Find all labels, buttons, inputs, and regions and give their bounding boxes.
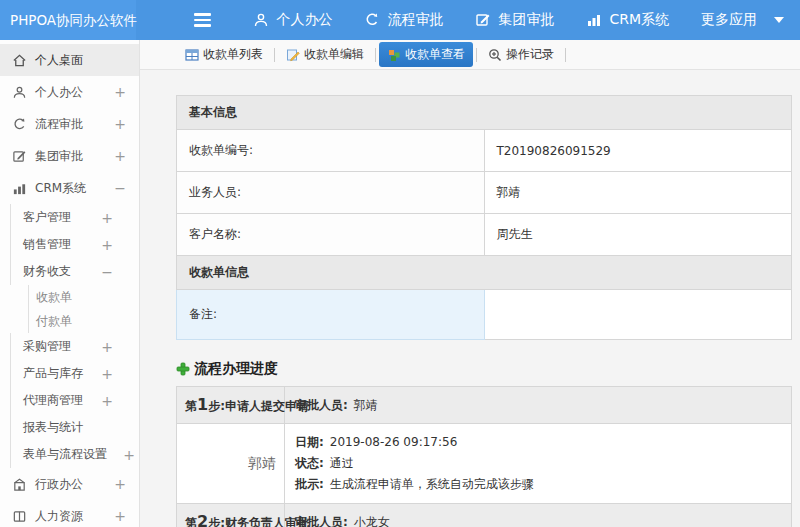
tab-label: 收款单列表 bbox=[203, 46, 263, 63]
book-icon bbox=[12, 509, 27, 524]
flow-progress-title: 流程办理进度 bbox=[194, 360, 278, 378]
field-label-customer-name: 客户名称: bbox=[177, 214, 485, 256]
zoom-in-icon bbox=[488, 48, 502, 62]
expand-icon[interactable]: + bbox=[114, 476, 126, 492]
topnav-label: CRM系统 bbox=[609, 11, 669, 29]
building-icon bbox=[12, 477, 27, 492]
tab-operation-log[interactable]: 操作记录 bbox=[480, 42, 562, 67]
chart-icon bbox=[12, 181, 27, 196]
flow-step-header-row: 第2步:财务负责人审批 审批人员:小龙女 bbox=[177, 504, 792, 527]
flow-progress-table: 第1步:申请人提交申请 审批人员:郭靖 郭靖 日期:2019-08-26 09:… bbox=[176, 386, 792, 527]
sidebar-item-form-workflow-settings[interactable]: 表单与流程设置 + bbox=[10, 441, 139, 468]
expand-icon[interactable]: + bbox=[114, 148, 126, 164]
expand-icon[interactable]: + bbox=[123, 447, 135, 463]
sidebar-item-label: 报表与统计 bbox=[23, 419, 83, 436]
expand-icon[interactable]: + bbox=[114, 84, 126, 100]
sidebar-item-human-resources[interactable]: 人力资源 + bbox=[0, 500, 139, 527]
table-row: 业务人员: 郭靖 bbox=[177, 172, 792, 214]
top-navigation: 个人办公 流程审批 集团审批 CRM系统 更多应用 bbox=[237, 0, 800, 40]
field-value-remark bbox=[484, 290, 792, 340]
sidebar-item-finance[interactable]: 财务收支 − bbox=[10, 258, 139, 285]
sidebar-item-receipt-form[interactable]: 收款单 bbox=[28, 285, 139, 309]
sidebar-item-label: 流程审批 bbox=[35, 116, 83, 133]
topnav-crm-system[interactable]: CRM系统 bbox=[570, 0, 685, 40]
expand-icon[interactable]: + bbox=[101, 237, 113, 253]
sidebar-item-label: 人力资源 bbox=[35, 508, 83, 525]
expand-icon[interactable]: + bbox=[101, 366, 113, 382]
sidebar-item-products-inventory[interactable]: 产品与库存 + bbox=[10, 360, 139, 387]
sidebar-item-purchasing[interactable]: 采购管理 + bbox=[10, 333, 139, 360]
field-value-customer-name: 周先生 bbox=[484, 214, 792, 256]
sidebar-item-label: 销售管理 bbox=[23, 236, 71, 253]
flow-note-line: 批示:生成流程申请单，系统自动完成该步骤 bbox=[295, 474, 781, 495]
topnav-more-apps[interactable]: 更多应用 bbox=[685, 0, 800, 40]
expand-icon[interactable]: + bbox=[101, 210, 113, 226]
section-title-receipt-info: 收款单信息 bbox=[177, 256, 792, 290]
sidebar-item-reports-statistics[interactable]: 报表与统计 bbox=[10, 414, 139, 441]
sidebar-item-label: 采购管理 bbox=[23, 338, 71, 355]
sidebar-item-label: 代理商管理 bbox=[23, 392, 83, 409]
divider bbox=[274, 48, 275, 62]
flow-step-approver: 审批人员:小龙女 bbox=[285, 504, 792, 527]
collapse-icon[interactable]: − bbox=[114, 180, 126, 196]
flow-step-body-row: 郭靖 日期:2019-08-26 09:17:56 状态:通过 批示:生成流程申… bbox=[177, 424, 792, 504]
sidebar-item-sales-management[interactable]: 销售管理 + bbox=[10, 231, 139, 258]
sidebar-item-workflow-approval[interactable]: 流程审批 + bbox=[0, 108, 139, 140]
table-row: 收款单编号: T20190826091529 bbox=[177, 130, 792, 172]
sidebar-item-label: 客户管理 bbox=[23, 209, 71, 226]
topbar: PHPOA协同办公软件 个人办公 流程审批 集团审批 bbox=[0, 0, 800, 40]
tab-receipt-list[interactable]: 收款单列表 bbox=[177, 42, 271, 67]
sidebar-item-personal-office[interactable]: 个人办公 + bbox=[0, 76, 139, 108]
flow-status-line: 状态:通过 bbox=[295, 453, 781, 474]
expand-icon[interactable]: + bbox=[114, 508, 126, 524]
main-content: 基本信息 收款单编号: T20190826091529 业务人员: 郭靖 客户名… bbox=[140, 70, 800, 527]
approver-name: 郭靖 bbox=[177, 424, 285, 504]
table-row: 备注: bbox=[177, 290, 792, 340]
sidebar-item-label: 表单与流程设置 bbox=[23, 446, 107, 463]
topnav-group-approval[interactable]: 集团审批 bbox=[459, 0, 570, 40]
chart-icon bbox=[586, 12, 602, 28]
collapse-icon[interactable]: − bbox=[101, 264, 113, 280]
flow-step-name: 第2步:财务负责人审批 bbox=[177, 504, 285, 527]
topnav-label: 流程审批 bbox=[387, 11, 443, 29]
topnav-label: 集团审批 bbox=[498, 11, 554, 29]
tab-receipt-edit[interactable]: 收款单编辑 bbox=[278, 42, 372, 67]
edit-icon bbox=[475, 12, 491, 28]
sidebar: 个人桌面 个人办公 + 流程审批 + 集团审批 bbox=[0, 40, 140, 527]
field-label-receipt-number: 收款单编号: bbox=[177, 130, 485, 172]
section-header-row: 基本信息 bbox=[177, 96, 792, 130]
sidebar-item-label: 收款单 bbox=[36, 289, 72, 306]
sidebar-item-personal-desktop[interactable]: 个人桌面 bbox=[0, 44, 139, 76]
tabbar: 收款单列表 收款单编辑 收款单查看 bbox=[140, 40, 800, 70]
edit-icon bbox=[12, 149, 27, 164]
flow-step-approver: 审批人员:郭靖 bbox=[285, 387, 792, 424]
person-icon bbox=[12, 85, 27, 100]
sidebar-item-group-approval[interactable]: 集团审批 + bbox=[0, 140, 139, 172]
sidebar-item-administration[interactable]: 行政办公 + bbox=[0, 468, 139, 500]
sidebar-item-customer-management[interactable]: 客户管理 + bbox=[10, 204, 139, 231]
sidebar-item-agent-management[interactable]: 代理商管理 + bbox=[10, 387, 139, 414]
hamburger-icon[interactable] bbox=[194, 13, 211, 27]
topnav-label: 个人办公 bbox=[276, 11, 332, 29]
flow-icon bbox=[12, 117, 27, 132]
sidebar-item-crm-system[interactable]: CRM系统 − bbox=[0, 172, 139, 204]
topnav-workflow-approval[interactable]: 流程审批 bbox=[348, 0, 459, 40]
tab-label: 操作记录 bbox=[506, 46, 554, 63]
flow-icon bbox=[364, 12, 380, 28]
flow-date-line: 日期:2019-08-26 09:17:56 bbox=[295, 432, 781, 453]
app-logo: PHPOA协同办公软件 bbox=[0, 0, 136, 40]
section-title-basic-info: 基本信息 bbox=[177, 96, 792, 130]
expand-icon[interactable]: + bbox=[101, 339, 113, 355]
expand-icon[interactable]: + bbox=[101, 393, 113, 409]
topnav-personal-office[interactable]: 个人办公 bbox=[237, 0, 348, 40]
tab-receipt-view[interactable]: 收款单查看 bbox=[379, 42, 473, 67]
sidebar-item-label: 集团审批 bbox=[35, 148, 83, 165]
field-value-receipt-number: T20190826091529 bbox=[484, 130, 792, 172]
expand-icon[interactable]: + bbox=[114, 116, 126, 132]
caret-down-icon bbox=[774, 17, 784, 23]
flow-step-header-row: 第1步:申请人提交申请 审批人员:郭靖 bbox=[177, 387, 792, 424]
divider bbox=[375, 48, 376, 62]
flow-step-details: 日期:2019-08-26 09:17:56 状态:通过 批示:生成流程申请单，… bbox=[285, 424, 792, 504]
sidebar-item-payment-form[interactable]: 付款单 bbox=[28, 309, 139, 333]
field-label-remark: 备注: bbox=[177, 290, 485, 340]
